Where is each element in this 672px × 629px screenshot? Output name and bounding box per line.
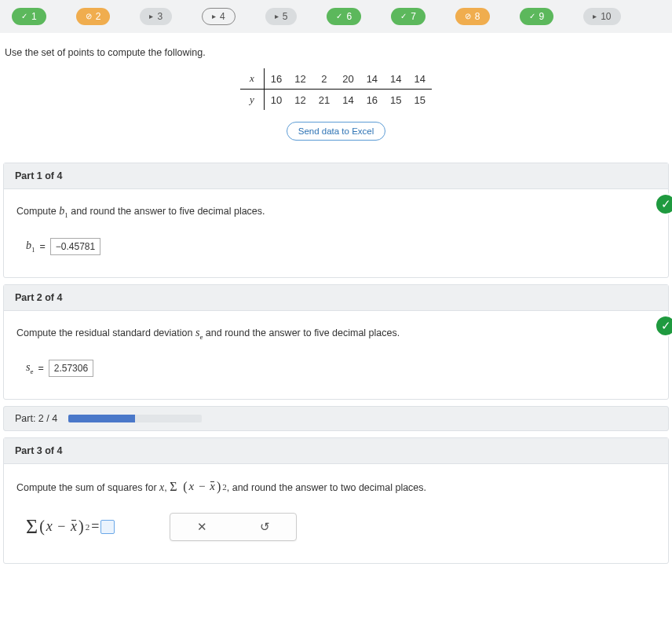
cell-y: 21: [312, 90, 336, 111]
part-1-instruction: Compute b1 and round the answer to five …: [16, 205, 656, 219]
b1-value-box: −0.45781: [50, 238, 100, 255]
check-icon: ✓: [400, 13, 407, 20]
cell-y: 15: [384, 90, 407, 111]
cell-x: 12: [288, 68, 312, 90]
play-icon: ▸: [593, 13, 597, 20]
skip-icon: ⊘: [465, 13, 471, 20]
cell-x: 14: [408, 68, 432, 90]
correct-badge-icon: ✓: [655, 193, 672, 215]
cell-x: 2: [312, 68, 336, 90]
question-prompt: Use the set of points to compute the fol…: [0, 33, 672, 64]
cell-x: 14: [360, 68, 384, 90]
nav-pill-7[interactable]: ✓7: [391, 8, 425, 25]
cell-y: 15: [408, 90, 432, 111]
part-3-header: Part 3 of 4: [4, 438, 668, 464]
progress-bar-fill: [68, 415, 135, 422]
cell-x: 16: [264, 68, 288, 90]
part-1-header: Part 1 of 4: [4, 163, 668, 189]
nav-num: 1: [31, 12, 37, 21]
nav-num: 8: [475, 12, 480, 21]
progress-bar: [68, 415, 202, 422]
nav-pill-3[interactable]: ▸3: [140, 8, 172, 25]
answer-toolbox: ✕ ↺: [170, 513, 297, 541]
skip-icon: ⊘: [86, 13, 92, 20]
nav-pill-10[interactable]: ▸10: [583, 8, 620, 25]
data-table: x 16 12 2 20 14 14 14 y 10 12 21 14 16 1…: [240, 68, 432, 110]
nav-pill-1[interactable]: ✓1: [12, 8, 46, 25]
sum-squares-input[interactable]: [100, 520, 115, 534]
cell-y: 16: [360, 90, 384, 111]
nav-num: 6: [346, 12, 352, 21]
nav-num: 3: [157, 12, 163, 21]
clear-button[interactable]: ✕: [170, 520, 233, 534]
nav-pill-4[interactable]: ▸4: [202, 8, 236, 25]
part-3-card: Part 3 of 4 Compute the sum of squares f…: [3, 437, 669, 564]
play-icon: ▸: [212, 13, 216, 20]
cell-x: 14: [384, 68, 407, 90]
nav-num: 7: [411, 12, 416, 21]
nav-pill-8[interactable]: ⊘8: [455, 8, 490, 25]
cell-y: 12: [288, 90, 312, 111]
nav-pill-5[interactable]: ▸5: [265, 8, 298, 25]
sum-squares-expression: Σ (x − x)2 =: [16, 515, 115, 539]
row-x-label: x: [240, 68, 264, 90]
send-to-excel-button[interactable]: Send data to Excel: [287, 122, 386, 141]
cell-y: 14: [336, 90, 360, 111]
question-nav: ✓1 ⊘2 ▸3 ▸4 ▸5 ✓6 ✓7 ⊘8 ✓9 ▸10: [0, 0, 672, 33]
progress-header: Part: 2 / 4: [3, 406, 669, 431]
nav-pill-9[interactable]: ✓9: [520, 8, 554, 25]
play-icon: ▸: [275, 13, 279, 20]
part-3-instruction: Compute the sum of squares for x, Σ (x −…: [16, 480, 656, 494]
check-icon: ✓: [529, 13, 535, 20]
data-table-wrap: x 16 12 2 20 14 14 14 y 10 12 21 14 16 1…: [0, 64, 672, 122]
nav-num: 9: [539, 12, 545, 21]
cell-x: 20: [336, 68, 360, 90]
correct-badge-icon: ✓: [655, 315, 672, 337]
nav-num: 2: [96, 12, 101, 21]
cell-y: 10: [264, 90, 288, 111]
part-1-answer: b1 = −0.45781: [16, 238, 656, 255]
part-1-card: Part 1 of 4 ✓ Compute b1 and round the a…: [3, 163, 669, 278]
nav-num: 4: [220, 12, 225, 21]
part-2-header: Part 2 of 4: [4, 285, 668, 311]
nav-pill-6[interactable]: ✓6: [327, 8, 361, 25]
part-2-instruction: Compute the residual standard deviation …: [16, 327, 656, 341]
check-icon: ✓: [21, 13, 27, 20]
check-icon: ✓: [336, 13, 342, 20]
progress-label: Part: 2 / 4: [15, 413, 57, 424]
nav-num: 10: [601, 12, 611, 21]
part-2-card: Part 2 of 4 ✓ Compute the residual stand…: [3, 284, 669, 400]
play-icon: ▸: [149, 13, 153, 20]
nav-pill-2[interactable]: ⊘2: [76, 8, 111, 25]
row-y-label: y: [240, 90, 264, 111]
reset-button[interactable]: ↺: [233, 520, 296, 534]
part-2-answer: se = 2.57306: [16, 360, 656, 377]
se-value-box: 2.57306: [49, 360, 93, 377]
nav-num: 5: [283, 12, 288, 21]
